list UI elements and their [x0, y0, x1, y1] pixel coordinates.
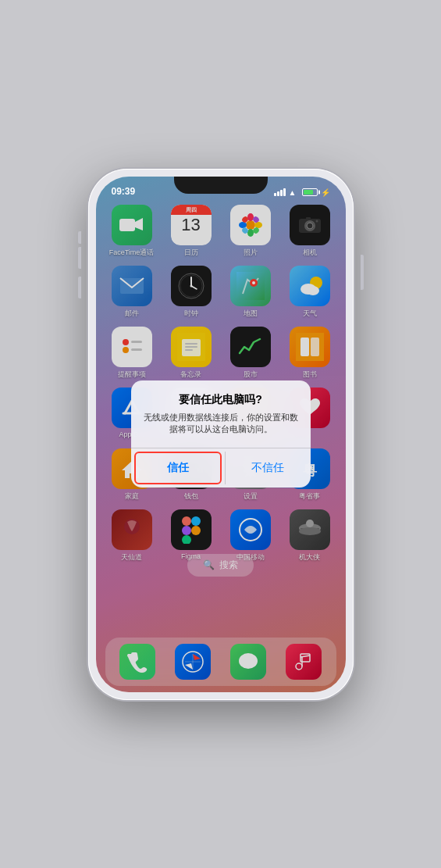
battery-icon	[302, 188, 318, 196]
bolt-icon: ⚡	[321, 188, 330, 197]
power-button[interactable]	[361, 255, 364, 290]
dialog-overlay: 要信任此电脑吗? 无线或使用数据线连接后，你的设置和数据将可以从这台电脑访问。 …	[96, 177, 346, 692]
dialog-buttons: 信任 不信任	[131, 448, 311, 488]
phone-frame: 09:39 ▲ ⚡ Fa	[88, 169, 354, 700]
trust-button[interactable]: 信任	[134, 452, 222, 484]
status-time: 09:39	[112, 186, 136, 197]
distrust-button[interactable]: 不信任	[226, 448, 311, 488]
volume-down-button[interactable]	[78, 277, 81, 298]
phone-screen: 09:39 ▲ ⚡ Fa	[96, 177, 346, 692]
dialog-title: 要信任此电脑吗?	[144, 393, 298, 407]
dialog-message: 无线或使用数据线连接后，你的设置和数据将可以从这台电脑访问。	[144, 412, 298, 436]
status-icons: ▲ ⚡	[274, 188, 330, 197]
wifi-icon: ▲	[289, 188, 297, 197]
signal-icon	[274, 188, 286, 196]
mute-button[interactable]	[78, 231, 81, 244]
volume-up-button[interactable]	[78, 247, 81, 269]
notch	[174, 177, 268, 194]
dialog-box: 要信任此电脑吗? 无线或使用数据线连接后，你的设置和数据将可以从这台电脑访问。 …	[131, 380, 311, 488]
dialog-content: 要信任此电脑吗? 无线或使用数据线连接后，你的设置和数据将可以从这台电脑访问。	[131, 380, 311, 439]
